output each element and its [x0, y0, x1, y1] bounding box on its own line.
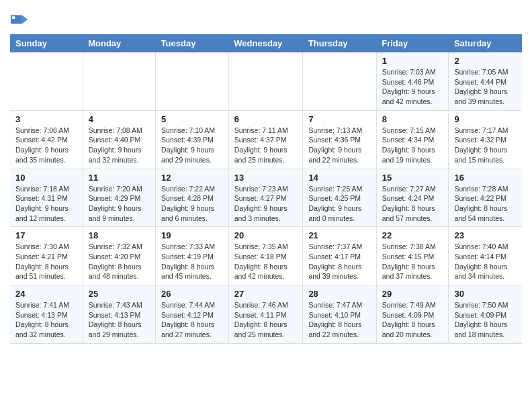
day-info: Sunrise: 7:06 AMSunset: 4:42 PMDaylight:… — [15, 126, 77, 165]
calendar-cell — [156, 52, 229, 110]
day-number: 28 — [308, 289, 370, 299]
calendar-cell — [83, 52, 155, 110]
calendar-cell: 20Sunrise: 7:35 AMSunset: 4:18 PMDayligh… — [228, 227, 303, 285]
day-info: Sunrise: 7:41 AMSunset: 4:13 PMDaylight:… — [15, 300, 77, 340]
calendar-cell: 10Sunrise: 7:18 AMSunset: 4:31 PMDayligh… — [10, 169, 83, 227]
calendar-cell — [303, 52, 376, 110]
day-number: 6 — [234, 114, 298, 124]
weekday-header-monday: Monday — [83, 34, 155, 52]
day-info: Sunrise: 7:32 AMSunset: 4:20 PMDaylight:… — [89, 242, 150, 281]
calendar-cell — [228, 52, 303, 110]
calendar-cell: 15Sunrise: 7:27 AMSunset: 4:24 PMDayligh… — [376, 169, 449, 227]
calendar-cell: 25Sunrise: 7:43 AMSunset: 4:13 PMDayligh… — [83, 285, 155, 344]
day-number: 5 — [161, 114, 223, 124]
day-info: Sunrise: 7:47 AMSunset: 4:10 PMDaylight:… — [308, 300, 370, 340]
day-info: Sunrise: 7:38 AMSunset: 4:15 PMDaylight:… — [382, 242, 443, 281]
calendar-cell: 30Sunrise: 7:50 AMSunset: 4:09 PMDayligh… — [449, 285, 522, 344]
day-number: 4 — [89, 114, 150, 124]
day-number: 17 — [15, 230, 77, 240]
weekday-header-saturday: Saturday — [449, 34, 522, 52]
day-info: Sunrise: 7:03 AMSunset: 4:46 PMDaylight:… — [382, 67, 443, 107]
day-number: 21 — [308, 230, 370, 240]
calendar-cell: 11Sunrise: 7:20 AMSunset: 4:29 PMDayligh… — [83, 169, 155, 227]
day-number: 3 — [15, 114, 77, 124]
day-info: Sunrise: 7:10 AMSunset: 4:39 PMDaylight:… — [161, 126, 223, 165]
day-number: 24 — [15, 289, 77, 299]
calendar-cell: 23Sunrise: 7:40 AMSunset: 4:14 PMDayligh… — [449, 227, 522, 285]
logo — [10, 10, 30, 29]
calendar-cell — [10, 52, 83, 110]
weekday-header-wednesday: Wednesday — [228, 34, 303, 52]
calendar-cell: 3Sunrise: 7:06 AMSunset: 4:42 PMDaylight… — [10, 110, 83, 169]
calendar-cell: 21Sunrise: 7:37 AMSunset: 4:17 PMDayligh… — [303, 227, 376, 285]
day-info: Sunrise: 7:43 AMSunset: 4:13 PMDaylight:… — [89, 300, 150, 340]
week-row-4: 17Sunrise: 7:30 AMSunset: 4:21 PMDayligh… — [10, 227, 522, 285]
day-number: 2 — [454, 56, 517, 66]
svg-rect-2 — [12, 16, 15, 19]
logo-icon — [10, 10, 29, 29]
day-number: 15 — [382, 173, 443, 183]
svg-marker-1 — [22, 15, 28, 24]
day-number: 19 — [161, 230, 223, 240]
calendar-cell: 6Sunrise: 7:11 AMSunset: 4:37 PMDaylight… — [228, 110, 303, 169]
calendar-cell: 17Sunrise: 7:30 AMSunset: 4:21 PMDayligh… — [10, 227, 83, 285]
day-info: Sunrise: 7:28 AMSunset: 4:22 PMDaylight:… — [454, 184, 517, 224]
day-number: 22 — [382, 230, 443, 240]
week-row-2: 3Sunrise: 7:06 AMSunset: 4:42 PMDaylight… — [10, 110, 522, 169]
calendar-cell: 26Sunrise: 7:44 AMSunset: 4:12 PMDayligh… — [156, 285, 229, 344]
day-number: 12 — [161, 173, 223, 183]
calendar-cell: 22Sunrise: 7:38 AMSunset: 4:15 PMDayligh… — [376, 227, 449, 285]
calendar-cell: 4Sunrise: 7:08 AMSunset: 4:40 PMDaylight… — [83, 110, 155, 169]
day-number: 13 — [234, 173, 298, 183]
calendar-cell: 24Sunrise: 7:41 AMSunset: 4:13 PMDayligh… — [10, 285, 83, 344]
weekday-header-thursday: Thursday — [303, 34, 376, 52]
day-info: Sunrise: 7:11 AMSunset: 4:37 PMDaylight:… — [234, 126, 298, 165]
week-row-3: 10Sunrise: 7:18 AMSunset: 4:31 PMDayligh… — [10, 169, 522, 227]
weekday-header-tuesday: Tuesday — [156, 34, 229, 52]
weekday-header-row: SundayMondayTuesdayWednesdayThursdayFrid… — [10, 34, 522, 52]
day-number: 20 — [234, 230, 298, 240]
day-number: 27 — [234, 289, 298, 299]
header — [10, 7, 522, 29]
day-info: Sunrise: 7:46 AMSunset: 4:11 PMDaylight:… — [234, 300, 298, 340]
day-number: 8 — [382, 114, 443, 124]
day-number: 7 — [308, 114, 370, 124]
calendar-cell: 13Sunrise: 7:23 AMSunset: 4:27 PMDayligh… — [228, 169, 303, 227]
day-info: Sunrise: 7:22 AMSunset: 4:28 PMDaylight:… — [161, 184, 223, 224]
day-number: 11 — [89, 173, 150, 183]
calendar-cell: 19Sunrise: 7:33 AMSunset: 4:19 PMDayligh… — [156, 227, 229, 285]
calendar-table: SundayMondayTuesdayWednesdayThursdayFrid… — [10, 34, 522, 344]
day-info: Sunrise: 7:15 AMSunset: 4:34 PMDaylight:… — [382, 126, 443, 165]
day-number: 26 — [161, 289, 223, 299]
day-info: Sunrise: 7:30 AMSunset: 4:21 PMDaylight:… — [15, 242, 77, 281]
day-number: 14 — [308, 173, 370, 183]
calendar-body: 1Sunrise: 7:03 AMSunset: 4:46 PMDaylight… — [10, 52, 522, 343]
calendar-cell: 18Sunrise: 7:32 AMSunset: 4:20 PMDayligh… — [83, 227, 155, 285]
day-info: Sunrise: 7:20 AMSunset: 4:29 PMDaylight:… — [89, 184, 150, 224]
calendar-cell: 7Sunrise: 7:13 AMSunset: 4:36 PMDaylight… — [303, 110, 376, 169]
day-info: Sunrise: 7:40 AMSunset: 4:14 PMDaylight:… — [454, 242, 517, 281]
day-info: Sunrise: 7:05 AMSunset: 4:44 PMDaylight:… — [454, 67, 517, 107]
calendar-cell: 5Sunrise: 7:10 AMSunset: 4:39 PMDaylight… — [156, 110, 229, 169]
day-info: Sunrise: 7:08 AMSunset: 4:40 PMDaylight:… — [89, 126, 150, 165]
day-info: Sunrise: 7:33 AMSunset: 4:19 PMDaylight:… — [161, 242, 223, 281]
day-info: Sunrise: 7:17 AMSunset: 4:32 PMDaylight:… — [454, 126, 517, 165]
day-info: Sunrise: 7:50 AMSunset: 4:09 PMDaylight:… — [454, 300, 517, 340]
week-row-1: 1Sunrise: 7:03 AMSunset: 4:46 PMDaylight… — [10, 52, 522, 110]
weekday-header-friday: Friday — [376, 34, 449, 52]
day-info: Sunrise: 7:23 AMSunset: 4:27 PMDaylight:… — [234, 184, 298, 224]
day-number: 9 — [454, 114, 517, 124]
calendar-cell: 1Sunrise: 7:03 AMSunset: 4:46 PMDaylight… — [376, 52, 449, 110]
day-number: 16 — [454, 173, 517, 183]
day-number: 18 — [89, 230, 150, 240]
day-number: 1 — [382, 56, 443, 66]
weekday-header-sunday: Sunday — [10, 34, 83, 52]
day-number: 25 — [89, 289, 150, 299]
day-info: Sunrise: 7:44 AMSunset: 4:12 PMDaylight:… — [161, 300, 223, 340]
calendar-cell: 2Sunrise: 7:05 AMSunset: 4:44 PMDaylight… — [449, 52, 522, 110]
day-number: 23 — [454, 230, 517, 240]
day-number: 10 — [15, 173, 77, 183]
calendar-cell: 9Sunrise: 7:17 AMSunset: 4:32 PMDaylight… — [449, 110, 522, 169]
day-info: Sunrise: 7:25 AMSunset: 4:25 PMDaylight:… — [308, 184, 370, 224]
calendar-cell: 27Sunrise: 7:46 AMSunset: 4:11 PMDayligh… — [228, 285, 303, 344]
